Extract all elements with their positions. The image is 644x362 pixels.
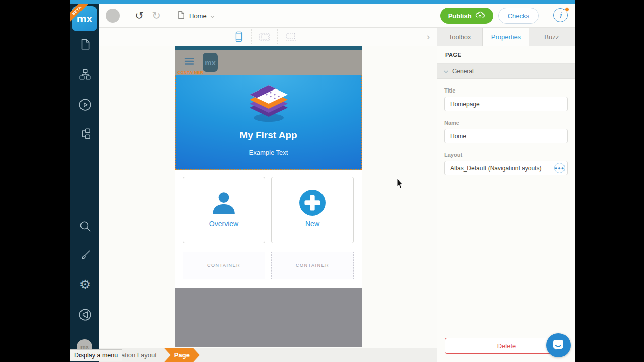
domain-model-icon[interactable] [78,68,92,81]
undo-button[interactable]: ↺ [132,9,146,23]
notification-dot [565,7,569,12]
settings-gear-icon[interactable]: ⚙ [78,278,92,291]
person-icon [210,189,237,217]
pages-icon[interactable] [78,38,92,51]
group-title: General [452,68,474,75]
phone-preview: mx CONTAINER [175,46,362,347]
mouse-cursor [397,178,405,191]
app-stack-illustration [245,84,293,126]
left-sidebar: mx BETA ⚙ mx [70,4,99,362]
navigation-icon[interactable] [78,127,92,140]
panel-tabs: Toolbox Properties Buzz [437,28,575,46]
info-button[interactable]: i [553,8,569,23]
cloud-upload-icon [475,11,485,20]
properties-panel: PAGE General Title Name Layout ●●● Delet… [437,46,575,362]
redo-button[interactable]: ↻ [149,9,164,23]
general-group-header[interactable]: General [437,64,575,79]
property-fields: Title Name Layout ●●● [437,87,575,175]
placeholder-row: CONTAINER CONTAINER [183,252,354,279]
toolbar-separator [545,9,545,22]
toolbar-separator [170,9,170,22]
layout-more-button[interactable]: ●●● [554,163,565,173]
theme-brush-icon[interactable] [78,249,92,262]
mendix-logo[interactable]: mx BETA [70,4,99,33]
chat-bubble-button[interactable] [546,333,571,357]
device-desktop-button[interactable] [277,29,303,44]
phone-content: Overview New CONTAIN [175,170,362,288]
container-placeholder[interactable]: CONTAINER [271,252,354,279]
document-name: Home [189,12,207,20]
field-label-name: Name [444,120,568,126]
tab-properties[interactable]: Properties [483,28,529,46]
hero-subtitle: Example Text [249,149,288,156]
page-file-icon [176,10,186,22]
selected-container-label: CONTAINER [177,70,203,75]
device-tablet-button[interactable] [251,29,277,44]
title-field[interactable] [444,97,568,111]
new-card[interactable]: New [271,177,354,243]
page-canvas: mx CONTAINER [99,46,437,348]
tab-toolbox[interactable]: Toolbox [437,28,483,46]
chevron-down-icon [444,68,448,75]
display-menu-tooltip: Display a menu [70,349,122,361]
expand-arrow-icon[interactable]: › [427,31,430,42]
device-phone-button[interactable] [225,29,251,44]
field-label-layout: Layout [444,152,568,158]
phone-status-bar [175,46,362,50]
toolbar-separator [126,9,126,22]
search-icon[interactable] [78,220,92,233]
device-mode-toolbar: › [99,28,437,46]
layout-field-wrap: ●●● [444,158,568,175]
phone-footer-block [175,288,362,347]
hero-container[interactable]: CONTAINER My First App Exam [175,75,362,170]
card-row: Overview New [183,177,354,243]
avatar[interactable] [106,9,120,23]
breadcrumb-bar: ation Layout Page [99,348,437,362]
container-placeholder[interactable]: CONTAINER [183,252,265,279]
phone-brand-logo: mx [203,53,218,72]
overview-card[interactable]: Overview [183,177,265,243]
document-switcher[interactable]: Home [176,10,215,22]
top-accent-strip [70,0,575,4]
field-label-title: Title [444,87,568,94]
card-label: Overview [209,220,238,228]
checks-button[interactable]: Checks [498,8,539,24]
publish-button[interactable]: Publish [440,8,493,24]
microflows-icon[interactable] [78,98,92,111]
top-toolbar: ↺ ↻ Home Publish Checks i [99,4,575,28]
name-field[interactable] [444,129,568,143]
app-window: mx BETA ⚙ mx ↺ ↻ [70,0,575,362]
chevron-down-icon [210,11,215,20]
plus-icon [299,189,326,217]
publish-label: Publish [448,12,472,20]
tab-buzz[interactable]: Buzz [529,28,575,46]
hero-title: My First App [239,130,297,141]
breadcrumb-page-item[interactable]: Page [164,348,200,362]
panel-section-title: PAGE [437,46,575,64]
layout-field[interactable] [444,161,568,175]
feedback-megaphone-icon[interactable] [78,308,92,321]
hamburger-menu-icon[interactable] [184,57,194,67]
breadcrumb-layout-item[interactable]: ation Layout [121,351,157,359]
toolbar-right-cluster: Publish Checks i [440,8,569,24]
card-label: New [305,220,319,228]
panel-divider [437,194,575,194]
